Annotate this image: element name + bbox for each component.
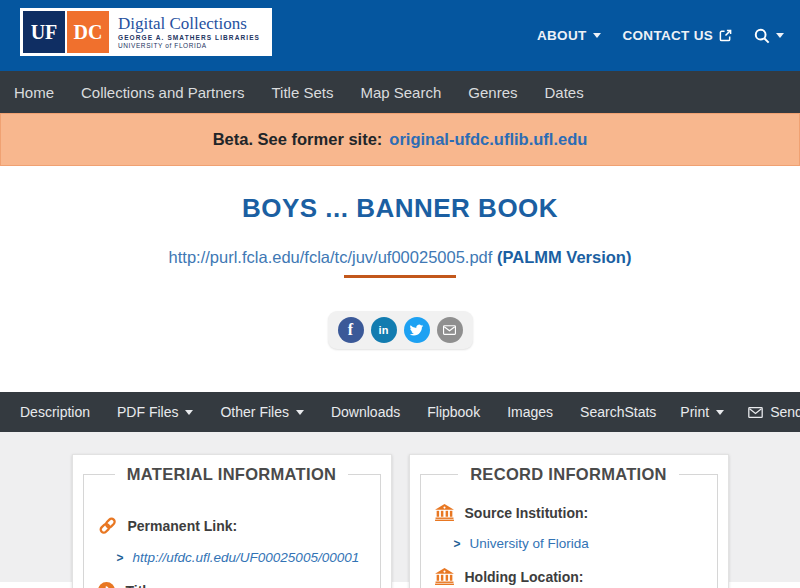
- send-button[interactable]: Send: [748, 404, 800, 420]
- tab-pdf-files-label: PDF Files: [117, 404, 178, 420]
- source-institution-field: Source Institution:: [435, 504, 703, 521]
- toolbar-right-group: Stats Print Send: [624, 404, 800, 420]
- former-site-link[interactable]: original-ufdc.uflib.ufl.edu: [389, 130, 587, 149]
- title-field-label: Title:: [126, 583, 159, 588]
- link-icon: [98, 516, 117, 535]
- tab-downloads-label: Downloads: [331, 404, 400, 420]
- nav-item-home[interactable]: Home: [14, 84, 54, 101]
- uf-logo-square: UF: [23, 11, 65, 53]
- record-information-title: RECORD INFORMATION: [458, 465, 679, 484]
- permanent-link-label: Permanent Link:: [128, 518, 238, 534]
- envelope-icon: [748, 407, 763, 418]
- item-pdf-link-line: http://purl.fcla.edu/fcla/tc/juv/uf00025…: [0, 248, 800, 266]
- twitter-icon: [409, 324, 424, 337]
- university-icon: [435, 568, 454, 585]
- print-label: Print: [680, 404, 709, 420]
- nav-item-map-search[interactable]: Map Search: [360, 84, 441, 101]
- logo-institution: UNIVERSITY of FLORIDA: [118, 43, 260, 50]
- source-institution-value-row: > University of Florida: [454, 536, 703, 551]
- source-institution-value[interactable]: University of Florida: [470, 536, 589, 551]
- tab-downloads[interactable]: Downloads: [331, 404, 400, 420]
- share-linkedin-button[interactable]: in: [371, 317, 397, 343]
- share-email-button[interactable]: [437, 317, 463, 343]
- title-field: Title:: [98, 582, 366, 588]
- header-menu: ABOUT CONTACT US: [537, 0, 784, 71]
- palmm-version-label: (PALMM Version): [497, 248, 631, 266]
- chevron-down-icon: [776, 33, 784, 38]
- page-title: BOYS ... BANNER BOOK: [0, 195, 800, 221]
- logo-text: Digital Collections GEORGE A. SMATHERS L…: [118, 15, 260, 50]
- arrow-circle-icon: [98, 582, 115, 588]
- search-menu[interactable]: [754, 28, 784, 44]
- tab-other-files[interactable]: Other Files: [220, 404, 303, 420]
- toolbar-left-group: Description PDF Files Other Files Downlo…: [20, 404, 624, 420]
- holding-location-field: Holding Location:: [435, 568, 703, 585]
- primary-nav: Home Collections and Partners Title Sets…: [0, 71, 800, 113]
- nav-item-genres[interactable]: Genres: [468, 84, 517, 101]
- pdf-purl-link[interactable]: http://purl.fcla.edu/fcla/tc/juv/uf00025…: [169, 248, 632, 266]
- chevron-down-icon: [185, 410, 193, 415]
- nav-item-title-sets[interactable]: Title Sets: [271, 84, 333, 101]
- title-underline: [344, 275, 456, 278]
- chevron-down-icon: [593, 33, 601, 38]
- share-facebook-button[interactable]: f: [338, 317, 364, 343]
- tab-images[interactable]: Images: [507, 404, 553, 420]
- chevron-down-icon: [716, 410, 724, 415]
- pdf-purl-link-text: http://purl.fcla.edu/fcla/tc/juv/uf00025…: [169, 248, 493, 266]
- external-link-icon: [719, 29, 732, 42]
- permanent-link-value[interactable]: http://ufdc.ufl.edu/UF00025005/00001: [133, 550, 360, 565]
- facebook-icon: f: [348, 321, 353, 339]
- share-bar: f in: [328, 311, 473, 349]
- tab-search[interactable]: Search: [580, 404, 624, 420]
- stats-button[interactable]: Stats: [624, 404, 656, 420]
- contact-us-link[interactable]: CONTACT US: [623, 28, 733, 43]
- material-information-panel: MATERIAL INFORMATION Permanent Link: > h…: [72, 454, 392, 588]
- site-header: UF DC Digital Collections GEORGE A. SMAT…: [0, 0, 800, 71]
- holding-location-label: Holding Location:: [465, 569, 584, 585]
- beta-banner-text: Beta. See former site:: [213, 130, 383, 149]
- material-information-title: MATERIAL INFORMATION: [115, 465, 348, 484]
- item-toolbar: Description PDF Files Other Files Downlo…: [0, 392, 800, 432]
- item-heading-area: BOYS ... BANNER BOOK http://purl.fcla.ed…: [0, 195, 800, 349]
- record-information-panel: RECORD INFORMATION Source Institution:: [409, 454, 729, 588]
- logo-title: Digital Collections: [118, 15, 260, 32]
- about-label: ABOUT: [537, 28, 587, 43]
- record-information-fieldset: RECORD INFORMATION Source Institution:: [420, 465, 718, 588]
- tab-pdf-files[interactable]: PDF Files: [117, 404, 193, 420]
- nav-item-dates[interactable]: Dates: [544, 84, 583, 101]
- permanent-link-field: Permanent Link:: [98, 516, 366, 535]
- info-panels-section: MATERIAL INFORMATION Permanent Link: > h…: [0, 432, 800, 582]
- beta-banner: Beta. See former site: original-ufdc.ufl…: [0, 113, 800, 166]
- tab-flipbook-label: Flipbook: [427, 404, 480, 420]
- source-institution-label: Source Institution:: [465, 505, 589, 521]
- university-icon: [435, 504, 454, 521]
- tab-images-label: Images: [507, 404, 553, 420]
- tab-description-label: Description: [20, 404, 90, 420]
- nav-item-collections-and-partners[interactable]: Collections and Partners: [81, 84, 244, 101]
- share-twitter-button[interactable]: [404, 317, 430, 343]
- chevron-right-bullet: >: [117, 551, 124, 565]
- tab-search-label: Search: [580, 404, 624, 420]
- stats-label: Stats: [624, 404, 656, 420]
- send-label: Send: [770, 404, 800, 420]
- tab-description[interactable]: Description: [20, 404, 90, 420]
- permanent-link-value-row: > http://ufdc.ufl.edu/UF00025005/00001: [117, 550, 366, 565]
- material-information-fieldset: MATERIAL INFORMATION Permanent Link: > h…: [83, 465, 381, 588]
- search-icon: [754, 28, 770, 44]
- ufdc-logo[interactable]: UF DC Digital Collections GEORGE A. SMAT…: [20, 8, 272, 56]
- tab-other-files-label: Other Files: [220, 404, 288, 420]
- chevron-down-icon: [296, 410, 304, 415]
- email-icon: [443, 325, 456, 335]
- contact-label: CONTACT US: [623, 28, 714, 43]
- linkedin-icon: in: [379, 324, 389, 336]
- tab-flipbook[interactable]: Flipbook: [427, 404, 480, 420]
- dc-logo-square: DC: [67, 11, 109, 53]
- about-menu[interactable]: ABOUT: [537, 28, 601, 43]
- print-button[interactable]: Print: [680, 404, 724, 420]
- chevron-right-bullet: >: [454, 537, 461, 551]
- logo-subtitle: GEORGE A. SMATHERS LIBRARIES: [118, 35, 260, 42]
